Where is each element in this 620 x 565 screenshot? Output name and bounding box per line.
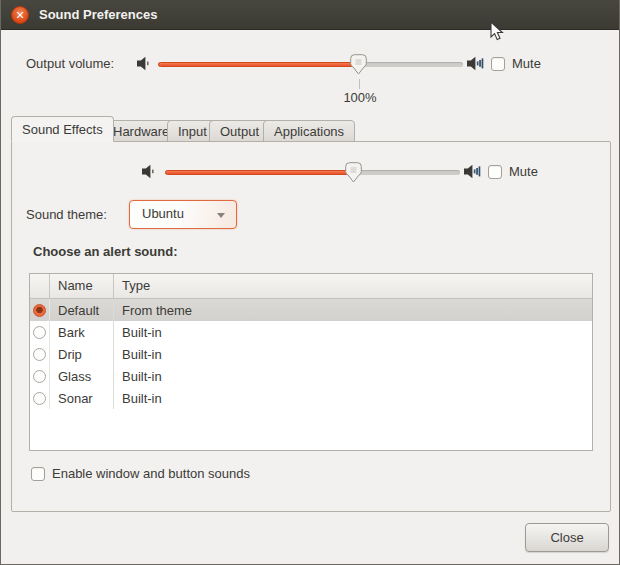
radio-drip[interactable]: [33, 348, 46, 361]
tab-applications[interactable]: Applications: [263, 120, 355, 142]
cell-name: Drip: [50, 343, 114, 365]
alert-volume-slider[interactable]: [165, 159, 460, 185]
table-row[interactable]: Default From theme: [30, 299, 592, 321]
tab-sound-effects[interactable]: Sound Effects: [11, 116, 114, 142]
cell-type: Built-in: [114, 387, 592, 409]
sound-preferences-window: ✕ Sound Preferences Output volume: Mute …: [0, 0, 620, 565]
alert-slider-fill: [165, 170, 354, 175]
slider-tick-mark: [359, 79, 360, 89]
close-icon: ✕: [15, 9, 24, 21]
tab-label: Sound Effects: [22, 122, 103, 137]
alert-mute-checkbox[interactable]: [488, 165, 502, 179]
tab-label: Hardware: [113, 124, 169, 139]
column-header-select[interactable]: [30, 274, 50, 298]
column-header-type[interactable]: Type: [114, 274, 592, 298]
titlebar[interactable]: ✕ Sound Preferences: [1, 0, 619, 30]
cell-type: Built-in: [114, 321, 592, 343]
cell-type: Built-in: [114, 365, 592, 387]
tab-label: Applications: [274, 124, 344, 139]
output-volume-slider[interactable]: [158, 51, 463, 77]
enable-window-sounds-label: Enable window and button sounds: [52, 466, 250, 481]
cell-name: Bark: [50, 321, 114, 343]
tab-output[interactable]: Output: [209, 120, 270, 142]
tab-label: Input: [178, 124, 207, 139]
radio-sonar[interactable]: [33, 392, 46, 405]
output-slider-handle[interactable]: [350, 54, 367, 75]
output-slider-fill: [158, 62, 359, 67]
alert-sound-table: Name Type Default From theme Bark Built-…: [29, 273, 593, 451]
output-mute-checkbox[interactable]: [491, 57, 505, 71]
volume-low-icon: [136, 55, 153, 72]
cell-name: Sonar: [50, 387, 114, 409]
sound-theme-value: Ubuntu: [142, 206, 184, 221]
alert-sound-heading: Choose an alert sound:: [33, 244, 177, 259]
cell-name: Glass: [50, 365, 114, 387]
table-header: Name Type: [30, 274, 592, 299]
table-row[interactable]: Drip Built-in: [30, 343, 592, 365]
sound-theme-select[interactable]: Ubuntu: [129, 200, 237, 229]
table-row[interactable]: Glass Built-in: [30, 365, 592, 387]
volume-low-icon: [141, 163, 158, 180]
enable-window-sounds-checkbox[interactable]: [31, 467, 45, 481]
column-header-name[interactable]: Name: [50, 274, 114, 298]
radio-default[interactable]: [33, 304, 46, 317]
tab-label: Output: [220, 124, 259, 139]
window-title: Sound Preferences: [39, 0, 158, 30]
cell-name: Default: [50, 299, 114, 321]
radio-bark[interactable]: [33, 326, 46, 339]
alert-mute-label: Mute: [509, 164, 538, 179]
cell-type: Built-in: [114, 343, 592, 365]
output-mute-label: Mute: [512, 56, 541, 71]
radio-glass[interactable]: [33, 370, 46, 383]
volume-high-icon: [467, 55, 484, 72]
table-row[interactable]: Bark Built-in: [30, 321, 592, 343]
chevron-down-icon: [217, 213, 225, 218]
window-close-button[interactable]: ✕: [11, 6, 29, 24]
mouse-cursor: [490, 21, 504, 42]
output-volume-value: 100%: [332, 90, 388, 105]
sound-theme-label: Sound theme:: [26, 207, 107, 222]
volume-high-icon: [464, 163, 481, 180]
close-button[interactable]: Close: [525, 523, 609, 552]
cell-type: From theme: [114, 299, 592, 321]
table-row[interactable]: Sonar Built-in: [30, 387, 592, 409]
output-volume-label: Output volume:: [26, 56, 114, 71]
alert-slider-handle[interactable]: [345, 162, 362, 183]
